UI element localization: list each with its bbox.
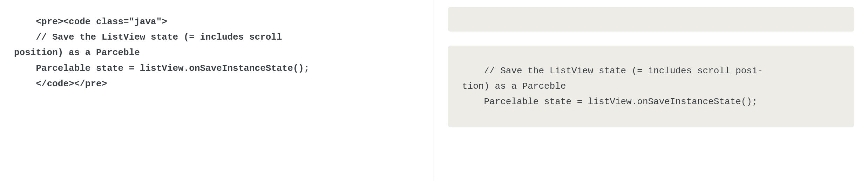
source-code-text: <pre><code class="java"> // Save the Lis… (14, 14, 420, 92)
empty-code-block (448, 7, 854, 32)
rendered-code-block: // Save the ListView state (= includes s… (448, 46, 854, 127)
source-panel: <pre><code class="java"> // Save the Lis… (0, 0, 434, 181)
rendered-panel: // Save the ListView state (= includes s… (434, 0, 868, 181)
